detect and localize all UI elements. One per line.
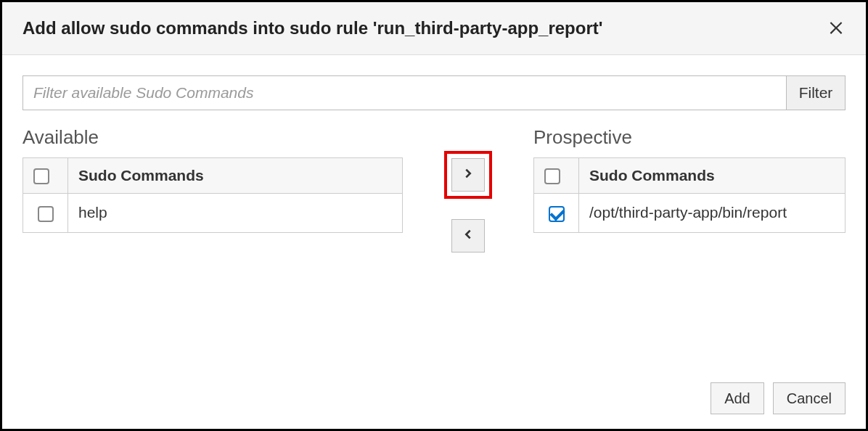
dialog-footer: Add Cancel (711, 382, 846, 414)
table-row: /opt/third-party-app/bin/report (534, 194, 846, 232)
available-column-header: Sudo Commands (68, 158, 403, 194)
available-column: Available Sudo Commands (22, 126, 403, 233)
move-buttons (403, 126, 533, 253)
dialog-header: Add allow sudo commands into sudo rule '… (2, 2, 866, 55)
prospective-column-header: Sudo Commands (579, 158, 846, 194)
close-icon[interactable] (827, 17, 846, 39)
prospective-row-checkbox[interactable] (549, 206, 565, 222)
table-row: help (23, 194, 403, 232)
move-right-highlight (444, 151, 492, 199)
chevron-left-icon (462, 229, 474, 243)
dialog-title: Add allow sudo commands into sudo rule '… (22, 18, 846, 38)
dialog-body: Filter Available Sudo Commands (2, 55, 866, 253)
dialog: Add allow sudo commands into sudo rule '… (0, 0, 868, 431)
columns: Available Sudo Commands (22, 126, 846, 253)
prospective-row-check-cell (534, 194, 579, 232)
prospective-column: Prospective Sudo Commands (533, 126, 846, 233)
filter-row: Filter (22, 75, 846, 110)
prospective-select-all-checkbox[interactable] (544, 168, 560, 184)
filter-input[interactable] (22, 75, 786, 110)
available-table: Sudo Commands help (22, 157, 403, 233)
available-row-command: help (68, 194, 403, 232)
cancel-button[interactable]: Cancel (773, 382, 846, 414)
available-select-all-cell (23, 158, 68, 194)
prospective-heading: Prospective (533, 126, 846, 149)
chevron-right-icon (462, 168, 474, 182)
available-row-checkbox[interactable] (38, 206, 54, 222)
available-row-check-cell (23, 194, 68, 232)
prospective-row-command: /opt/third-party-app/bin/report (579, 194, 846, 232)
prospective-table: Sudo Commands /opt/third-party-app/bin/r… (533, 157, 846, 233)
move-left-button[interactable] (451, 219, 485, 253)
move-right-button[interactable] (451, 158, 485, 192)
available-select-all-checkbox[interactable] (33, 168, 49, 184)
add-button[interactable]: Add (711, 382, 764, 414)
filter-button[interactable]: Filter (786, 75, 846, 110)
prospective-select-all-cell (534, 158, 579, 194)
available-heading: Available (22, 126, 403, 149)
